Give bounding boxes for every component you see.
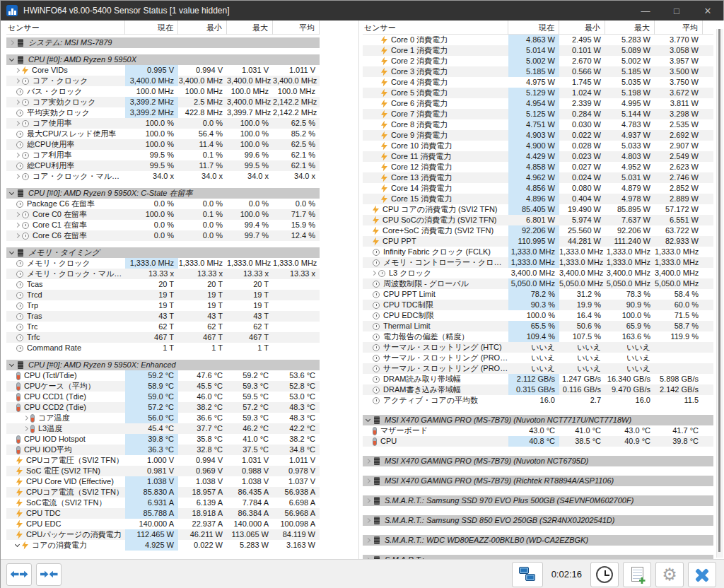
chevron-right-icon[interactable] [13,77,22,86]
sensor-row[interactable]: CPUパッケージの消費電力112.465 W46.211 W113.065 W8… [6,529,320,540]
remote-monitoring-button[interactable] [512,562,543,587]
sensor-row[interactable]: サーマル・スロットリング (PROCHOT EXT)いいえいいえいいえ [363,363,713,374]
sensor-group-row[interactable]: CPU [#0]: AMD Ryzen 9 5950X [6,54,320,65]
chevron-right-icon[interactable] [364,497,373,505]
sensor-row[interactable]: CPU SoCの消費電力 (SVI2 TFN)6.801 W5.974 W7.6… [363,215,713,225]
vertical-scrollbar[interactable] [716,29,723,558]
scrollbar-thumb[interactable] [718,29,720,552]
column-header-max[interactable]: 最大 [605,20,655,35]
sensor-group-row[interactable]: MSI X470 GAMING PRO (MS-7B79) (Nuvoton N… [363,456,713,466]
sensor-row[interactable]: Core 3 消費電力5.185 W0.566 W5.185 W3.500 W [363,66,713,77]
sensor-row[interactable]: Trcd19 T19 T19 T [6,290,320,300]
chevron-right-icon[interactable] [364,457,373,466]
column-header-sensor[interactable]: センサー [6,20,125,35]
sensor-row[interactable]: Core C0 在留率100.0 %0.1 %100.0 %71.7 % [6,209,320,220]
sensor-row[interactable]: コア温度56.0 °C36.6 °C59.3 °C48.3 °C [6,413,320,423]
sensor-row[interactable]: コア・クロック・マルチプライ...34.0 x34.0 x34.0 x34.0 … [6,171,320,182]
column-header-current[interactable]: 現在 [125,20,178,35]
sensor-group-row[interactable]: S.M.A.R.T.: Samsung SSD 970 EVO Plus 500… [363,495,713,506]
column-header-min[interactable]: 最小 [559,20,605,35]
chevron-right-icon[interactable] [370,269,378,278]
sensor-row[interactable]: サーマル・スロットリング (HTC)いいえいいえいいえ [363,342,713,353]
sensor-row[interactable]: Core 15 消費電力4.896 W0.404 W4.978 W2.889 W [363,194,713,204]
sensor-row[interactable]: CPU CCD2 (Tdie)57.2 °C38.2 °C57.2 °C48.3… [6,402,320,413]
column-header-max[interactable]: 最大 [227,20,273,35]
chevron-right-icon[interactable] [22,414,30,423]
sensor-row[interactable]: メモリ・コントローラー・クロック（UCLK）1,333.0 MHz1,333.0… [363,257,713,268]
sensor-group-row[interactable]: CPU [#0]: AMD Ryzen 9 5950X: Enhanced [6,360,320,370]
sensor-group-row[interactable]: メモリ・タイミング [6,247,320,258]
sensor-row[interactable]: CPU EDC制限100.0 %16.4 %100.0 %71.5 % [363,310,713,321]
sensor-row[interactable]: Package C6 在留率0.0 %0.0 %0.0 %0.0 % [6,199,320,209]
minimize-button[interactable]: — [630,1,661,20]
chevron-right-icon[interactable] [8,39,16,47]
sensor-row[interactable]: メモリ・クロック1,333.0 MHz1,333.0 MHz1,333.0 MH… [6,258,320,269]
column-header-avg[interactable]: 平均 [273,20,320,35]
sensor-row[interactable]: DRAM書き込み帯域幅0.315 GB/s0.116 GB/s9.470 GB/… [363,384,713,395]
sensor-row[interactable]: Core 14 消費電力4.856 W0.080 W4.879 W2.852 W [363,183,713,194]
sensor-row[interactable]: Core+SoC 消費電力 (SVI2 TFN)92.206 W25.560 W… [363,225,713,236]
sensor-row[interactable]: Trp19 T19 T19 T [6,300,320,311]
column-header-min[interactable]: 最小 [178,20,227,35]
sensor-row[interactable]: Core 12 消費電力4.858 W0.027 W4.952 W2.623 W [363,162,713,172]
sensor-row[interactable]: Core 11 消費電力4.429 W0.023 W4.803 W2.549 W [363,151,713,162]
chevron-down-icon[interactable] [8,189,16,198]
sensor-row[interactable]: CPU Core VID (Effective)1.038 V1.038 V1.… [6,476,320,487]
sensor-row[interactable]: サーマル・スロットリング (PROCHOT CPU)いいえいいえいいえ [363,353,713,363]
sensor-row[interactable]: Core 5 消費電力5.129 W1.024 W5.198 W3.672 W [363,88,713,98]
chevron-right-icon[interactable] [13,221,22,230]
sensor-row[interactable]: CPU IOD平均36.3 °C32.8 °C37.5 °C34.8 °C [6,445,320,455]
sensor-row[interactable]: CPU IOD Hotspot39.8 °C35.8 °C41.0 °C38.2… [6,434,320,445]
sensor-row[interactable]: メモリ・クロック・マルチプライヤー13.33 x13.33 x13.33 x13… [6,269,320,279]
sensor-row[interactable]: Thermal Limit65.5 %50.6 %65.9 %58.7 % [363,321,713,331]
sensor-row[interactable]: Core 13 消費電力4.962 W0.024 W5.031 W2.746 W [363,172,713,183]
collapse-columns-button[interactable] [36,563,62,586]
chevron-down-icon[interactable] [8,249,16,257]
chevron-right-icon[interactable] [364,477,373,486]
sensor-group-row[interactable]: MSI X470 GAMING PRO (MS-7B79) (Richtek R… [363,476,713,486]
sensor-row[interactable]: バス・クロック100.0 MHz100.0 MHz100.0 MHz100.0 … [6,86,320,97]
close-sensors-button[interactable] [688,562,716,587]
sensor-row[interactable]: Core C1 在留率0.0 %0.0 %99.4 %15.9 % [6,220,320,230]
sensor-row[interactable]: CPU TDC制限90.3 %19.9 %90.9 %60.0 % [363,300,713,310]
column-header-sensor[interactable]: センサー [363,20,508,35]
sensor-group-row[interactable]: S.M.A.R.T.: WDC WD80EAZZ-00BKLB0 (WD-CA2… [363,535,713,546]
sensor-row[interactable]: CPUコア電圧（SVI2 TFN）1.000 V0.994 V1.031 V1.… [6,455,320,466]
maximize-button[interactable]: □ [661,1,692,20]
sensor-row[interactable]: コア利用率99.5 %0.1 %99.6 %62.1 % [6,150,320,160]
chevron-right-icon[interactable] [22,425,30,433]
sensor-row[interactable]: CPUコア電流（SVI2 TFN）85.830 A18.957 A86.435 … [6,487,320,498]
sensor-row[interactable]: CPU TDC85.788 A18.918 A86.384 A56.968 A [6,508,320,519]
chevron-down-icon[interactable] [364,416,373,425]
sensor-row[interactable]: Core C6 在留率0.0 %0.0 %99.7 %12.4 % [6,230,320,241]
sensor-row[interactable]: Core 1 消費電力5.014 W0.101 W5.089 W3.058 W [363,45,713,56]
sensor-row[interactable]: コア使用率100.0 %0.0 %100.0 %62.5 % [6,118,320,129]
sensor-row[interactable]: アクティブ・コアの平均数16.02.716.011.5 [363,395,713,406]
sensor-row[interactable]: CPU PPT110.995 W44.281 W111.240 W82.933 … [363,236,713,247]
sensor-row[interactable]: Core 0 消費電力4.863 W2.495 W5.283 W3.770 W [363,35,713,45]
sensor-row[interactable]: L3温度45.4 °C37.7 °C46.2 °C42.2 °C [6,423,320,434]
sensor-row[interactable]: Core 8 消費電力4.751 W0.030 W4.783 W2.535 W [363,119,713,130]
chevron-right-icon[interactable] [13,98,22,107]
sensor-row[interactable]: 総CPU使用率100.0 %11.4 %100.0 %62.5 % [6,139,320,150]
sensor-row[interactable]: 周波数制限 - グローバル5,050.0 MHz5,050.0 MHz5,050… [363,278,713,289]
sensor-row[interactable]: Tcas20 T20 T20 T [6,279,320,290]
sensor-row[interactable]: CPUケース（平均）58.9 °C45.5 °C59.3 °C52.8 °C [6,381,320,392]
sensor-row[interactable]: Tras43 T43 T43 T [6,311,320,322]
expand-columns-button[interactable] [6,563,32,586]
chevron-right-icon[interactable] [13,232,22,240]
logging-report-button[interactable] [623,562,651,587]
chevron-right-icon[interactable] [364,517,373,525]
sensor-row[interactable]: 最大CPU/スレッド使用率100.0 %56.4 %100.0 %85.2 % [6,129,320,139]
sensor-row[interactable]: Core 4 消費電力4.975 W1.745 W5.035 W3.750 W [363,77,713,88]
chevron-right-icon[interactable] [13,119,22,128]
chevron-right-icon[interactable] [13,66,22,75]
chevron-down-icon[interactable] [8,361,16,370]
chevron-right-icon[interactable] [13,172,22,181]
close-button[interactable]: ✕ [692,1,723,20]
sensor-row[interactable]: SoC 電圧 (SVI2 TFN)0.981 V0.969 V0.988 V0.… [6,466,320,476]
sensor-group-row[interactable]: システム: MSI MS-7879 [6,37,320,48]
column-header-row[interactable]: センサー現在最小最大平均 [363,20,713,35]
column-header-avg[interactable]: 平均 [655,20,703,35]
sensor-group-row[interactable]: MSI X470 GAMING PRO (MS-7B79) (Nuvoton N… [363,415,713,425]
